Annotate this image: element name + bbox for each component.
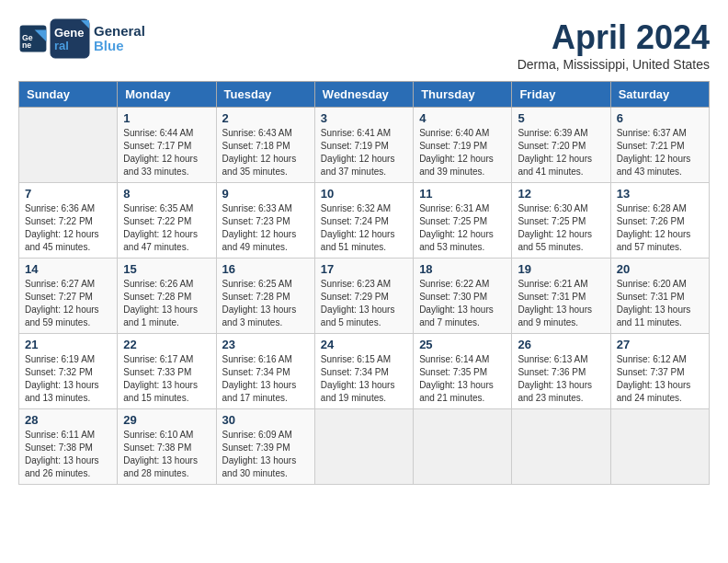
day-number: 8 xyxy=(123,187,210,201)
day-info: Sunrise: 6:16 AM Sunset: 7:34 PM Dayligh… xyxy=(222,353,309,405)
day-info: Sunrise: 6:19 AM Sunset: 7:32 PM Dayligh… xyxy=(25,353,111,405)
logo: Ge ne Gene ral General Blue xyxy=(18,18,145,59)
calendar-cell: 3Sunrise: 6:41 AM Sunset: 7:19 PM Daylig… xyxy=(314,108,413,183)
header-cell-monday: Monday xyxy=(118,82,216,108)
calendar-cell: 15Sunrise: 6:26 AM Sunset: 7:28 PM Dayli… xyxy=(118,259,216,334)
day-number: 7 xyxy=(25,187,111,201)
page-header: Ge ne Gene ral General Blue April 2024 D… xyxy=(18,18,710,72)
day-info: Sunrise: 6:13 AM Sunset: 7:36 PM Dayligh… xyxy=(518,353,604,405)
day-number: 14 xyxy=(25,262,111,276)
day-info: Sunrise: 6:22 AM Sunset: 7:30 PM Dayligh… xyxy=(419,278,506,329)
day-number: 11 xyxy=(419,187,506,201)
header-cell-thursday: Thursday xyxy=(414,82,512,108)
calendar-cell xyxy=(414,409,512,485)
calendar-cell: 25Sunrise: 6:14 AM Sunset: 7:35 PM Dayli… xyxy=(414,334,512,409)
day-info: Sunrise: 6:33 AM Sunset: 7:23 PM Dayligh… xyxy=(222,202,309,254)
header-cell-friday: Friday xyxy=(512,82,610,108)
day-info: Sunrise: 6:15 AM Sunset: 7:34 PM Dayligh… xyxy=(321,353,407,405)
logo-line1: General xyxy=(94,24,145,40)
day-number: 19 xyxy=(518,262,604,276)
calendar-week-3: 14Sunrise: 6:27 AM Sunset: 7:27 PM Dayli… xyxy=(19,259,710,334)
day-info: Sunrise: 6:36 AM Sunset: 7:22 PM Dayligh… xyxy=(25,202,111,254)
calendar-week-2: 7Sunrise: 6:36 AM Sunset: 7:22 PM Daylig… xyxy=(19,183,710,259)
calendar-cell: 5Sunrise: 6:39 AM Sunset: 7:20 PM Daylig… xyxy=(512,108,610,183)
calendar-cell: 20Sunrise: 6:20 AM Sunset: 7:31 PM Dayli… xyxy=(610,259,709,334)
day-number: 18 xyxy=(419,262,506,276)
day-info: Sunrise: 6:28 AM Sunset: 7:26 PM Dayligh… xyxy=(617,202,703,254)
calendar-cell: 30Sunrise: 6:09 AM Sunset: 7:39 PM Dayli… xyxy=(216,409,314,485)
day-info: Sunrise: 6:40 AM Sunset: 7:19 PM Dayligh… xyxy=(419,127,506,178)
calendar-cell: 2Sunrise: 6:43 AM Sunset: 7:18 PM Daylig… xyxy=(216,108,314,183)
calendar-cell: 16Sunrise: 6:25 AM Sunset: 7:28 PM Dayli… xyxy=(216,259,314,334)
month-title: April 2024 xyxy=(518,18,710,57)
day-info: Sunrise: 6:12 AM Sunset: 7:37 PM Dayligh… xyxy=(617,353,703,405)
calendar-cell: 23Sunrise: 6:16 AM Sunset: 7:34 PM Dayli… xyxy=(216,334,314,409)
calendar-cell: 4Sunrise: 6:40 AM Sunset: 7:19 PM Daylig… xyxy=(414,108,512,183)
day-info: Sunrise: 6:31 AM Sunset: 7:25 PM Dayligh… xyxy=(419,202,506,254)
calendar-cell: 9Sunrise: 6:33 AM Sunset: 7:23 PM Daylig… xyxy=(216,183,314,259)
day-number: 4 xyxy=(419,111,506,125)
day-number: 15 xyxy=(123,262,210,276)
calendar-cell: 22Sunrise: 6:17 AM Sunset: 7:33 PM Dayli… xyxy=(118,334,216,409)
calendar-week-5: 28Sunrise: 6:11 AM Sunset: 7:38 PM Dayli… xyxy=(19,409,710,485)
day-info: Sunrise: 6:11 AM Sunset: 7:38 PM Dayligh… xyxy=(25,429,111,480)
header-cell-sunday: Sunday xyxy=(19,82,118,108)
calendar-cell xyxy=(610,409,709,485)
calendar-header-row: SundayMondayTuesdayWednesdayThursdayFrid… xyxy=(19,82,710,108)
day-info: Sunrise: 6:09 AM Sunset: 7:39 PM Dayligh… xyxy=(222,429,309,480)
calendar-table: SundayMondayTuesdayWednesdayThursdayFrid… xyxy=(18,81,710,485)
calendar-cell: 6Sunrise: 6:37 AM Sunset: 7:21 PM Daylig… xyxy=(610,108,709,183)
day-info: Sunrise: 6:35 AM Sunset: 7:22 PM Dayligh… xyxy=(123,202,210,254)
day-info: Sunrise: 6:43 AM Sunset: 7:18 PM Dayligh… xyxy=(222,127,309,178)
day-info: Sunrise: 6:14 AM Sunset: 7:35 PM Dayligh… xyxy=(419,353,506,405)
day-number: 25 xyxy=(419,338,506,351)
calendar-cell: 19Sunrise: 6:21 AM Sunset: 7:31 PM Dayli… xyxy=(512,259,610,334)
day-info: Sunrise: 6:20 AM Sunset: 7:31 PM Dayligh… xyxy=(617,278,703,329)
day-info: Sunrise: 6:44 AM Sunset: 7:17 PM Dayligh… xyxy=(123,127,210,178)
calendar-week-1: 1Sunrise: 6:44 AM Sunset: 7:17 PM Daylig… xyxy=(19,108,710,183)
calendar-body: 1Sunrise: 6:44 AM Sunset: 7:17 PM Daylig… xyxy=(19,108,710,485)
day-info: Sunrise: 6:26 AM Sunset: 7:28 PM Dayligh… xyxy=(123,278,210,329)
logo-graphic: Gene ral xyxy=(50,18,90,59)
calendar-cell: 7Sunrise: 6:36 AM Sunset: 7:22 PM Daylig… xyxy=(19,183,118,259)
calendar-cell: 27Sunrise: 6:12 AM Sunset: 7:37 PM Dayli… xyxy=(610,334,709,409)
location: Derma, Mississippi, United States xyxy=(518,57,710,72)
svg-text:ne: ne xyxy=(22,40,31,50)
day-info: Sunrise: 6:30 AM Sunset: 7:25 PM Dayligh… xyxy=(518,202,604,254)
calendar-cell: 1Sunrise: 6:44 AM Sunset: 7:17 PM Daylig… xyxy=(118,108,216,183)
day-number: 9 xyxy=(222,187,309,201)
calendar-cell: 28Sunrise: 6:11 AM Sunset: 7:38 PM Dayli… xyxy=(19,409,118,485)
calendar-cell xyxy=(512,409,610,485)
calendar-week-4: 21Sunrise: 6:19 AM Sunset: 7:32 PM Dayli… xyxy=(19,334,710,409)
day-number: 17 xyxy=(321,262,407,276)
day-number: 29 xyxy=(123,413,210,427)
calendar-cell: 12Sunrise: 6:30 AM Sunset: 7:25 PM Dayli… xyxy=(512,183,610,259)
day-info: Sunrise: 6:32 AM Sunset: 7:24 PM Dayligh… xyxy=(321,202,407,254)
calendar-cell: 17Sunrise: 6:23 AM Sunset: 7:29 PM Dayli… xyxy=(314,259,413,334)
day-number: 30 xyxy=(222,413,309,427)
day-number: 2 xyxy=(222,111,309,125)
day-number: 16 xyxy=(222,262,309,276)
day-info: Sunrise: 6:39 AM Sunset: 7:20 PM Dayligh… xyxy=(518,127,604,178)
header-cell-wednesday: Wednesday xyxy=(314,82,413,108)
day-number: 22 xyxy=(123,338,210,351)
day-number: 6 xyxy=(617,111,703,125)
day-number: 3 xyxy=(321,111,407,125)
day-info: Sunrise: 6:10 AM Sunset: 7:38 PM Dayligh… xyxy=(123,429,210,480)
calendar-cell: 13Sunrise: 6:28 AM Sunset: 7:26 PM Dayli… xyxy=(610,183,709,259)
day-number: 20 xyxy=(617,262,703,276)
header-cell-tuesday: Tuesday xyxy=(216,82,314,108)
calendar-cell: 18Sunrise: 6:22 AM Sunset: 7:30 PM Dayli… xyxy=(414,259,512,334)
calendar-cell: 10Sunrise: 6:32 AM Sunset: 7:24 PM Dayli… xyxy=(314,183,413,259)
calendar-cell: 21Sunrise: 6:19 AM Sunset: 7:32 PM Dayli… xyxy=(19,334,118,409)
day-info: Sunrise: 6:27 AM Sunset: 7:27 PM Dayligh… xyxy=(25,278,111,329)
logo-line2: Blue xyxy=(94,39,145,54)
calendar-cell xyxy=(19,108,118,183)
day-number: 26 xyxy=(518,338,604,351)
day-number: 12 xyxy=(518,187,604,201)
day-number: 10 xyxy=(321,187,407,201)
day-number: 27 xyxy=(617,338,703,351)
day-info: Sunrise: 6:21 AM Sunset: 7:31 PM Dayligh… xyxy=(518,278,604,329)
title-block: April 2024 Derma, Mississippi, United St… xyxy=(518,18,710,72)
day-info: Sunrise: 6:17 AM Sunset: 7:33 PM Dayligh… xyxy=(123,353,210,405)
